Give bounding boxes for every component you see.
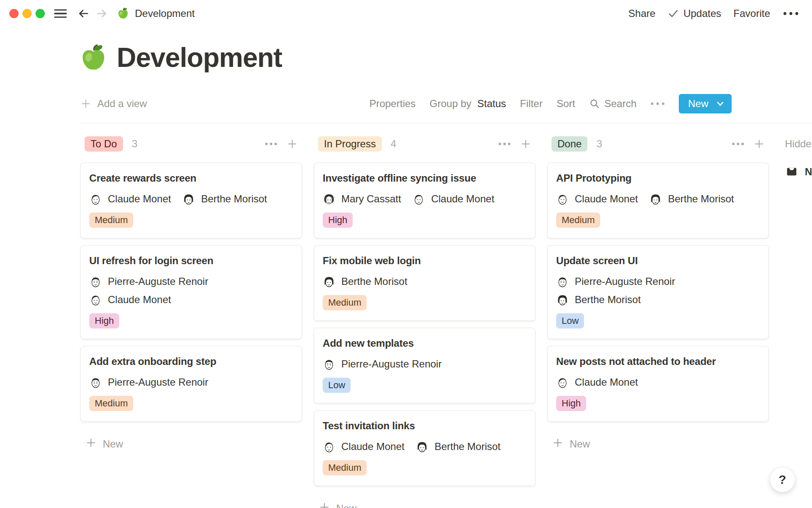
favorite-button[interactable]: Favorite bbox=[733, 8, 770, 19]
assignee: Claude Monet bbox=[89, 293, 293, 306]
assignee-name: Berthe Morisot bbox=[341, 276, 407, 287]
kanban-card[interactable]: UI refresh for login screenPierre-August… bbox=[80, 245, 302, 339]
column-more-icon[interactable] bbox=[265, 142, 277, 146]
page-emoji-green-apple-icon[interactable] bbox=[79, 43, 108, 73]
avatar-monet-icon bbox=[89, 293, 102, 306]
view-toolbar: Add a view Properties Group byStatus Fil… bbox=[80, 94, 732, 113]
board-column-done: Done3API PrototypingClaude MonetBerthe M… bbox=[547, 136, 769, 451]
column-status-badge[interactable]: To Do bbox=[85, 136, 123, 152]
priority-badge: High bbox=[323, 213, 353, 228]
assignee-name: Claude Monet bbox=[431, 193, 494, 205]
kanban-card[interactable]: Update screen UIPierre-Auguste RenoirBer… bbox=[547, 245, 769, 339]
assignee-name: Berthe Morisot bbox=[201, 193, 267, 205]
window-close-button[interactable] bbox=[9, 9, 19, 18]
card-assignees: Claude MonetBerthe Morisot bbox=[89, 193, 293, 205]
assignee: Pierre-Auguste Renoir bbox=[89, 275, 293, 288]
priority-badge: High bbox=[556, 396, 586, 411]
card-assignees: Pierre-Auguste RenoirBerthe Morisot bbox=[556, 275, 760, 306]
column-status-badge[interactable]: In Progress bbox=[318, 136, 382, 152]
card-assignees: Claude Monet bbox=[556, 376, 760, 389]
column-header: In Progress4 bbox=[314, 136, 535, 152]
filter-button[interactable]: Filter bbox=[520, 98, 543, 110]
plus-icon bbox=[552, 437, 563, 451]
assignee-name: Berthe Morisot bbox=[668, 193, 734, 205]
hidden-group-item-no-status[interactable]: No Status bbox=[785, 165, 812, 179]
avatar-morisot-icon bbox=[323, 275, 335, 288]
help-button[interactable]: ? bbox=[770, 467, 795, 492]
new-card-label: New bbox=[103, 438, 123, 450]
card-title: New posts not attached to header bbox=[556, 355, 760, 368]
kanban-card[interactable]: Fix mobile web loginBerthe MorisotMedium bbox=[314, 245, 535, 321]
more-icon bbox=[650, 102, 665, 105]
priority-badge: High bbox=[89, 313, 119, 329]
card-assignees: Claude MonetBerthe Morisot bbox=[556, 193, 760, 205]
window-more-button[interactable] bbox=[782, 11, 799, 16]
priority-badge: Low bbox=[556, 313, 584, 329]
search-button[interactable]: Search bbox=[589, 98, 636, 110]
avatar-renoir-icon bbox=[89, 275, 102, 288]
priority-badge: Medium bbox=[323, 295, 367, 310]
check-icon bbox=[668, 8, 679, 19]
kanban-card[interactable]: New posts not attached to headerClaude M… bbox=[547, 346, 769, 422]
window-zoom-button[interactable] bbox=[36, 9, 45, 18]
column-add-card-icon[interactable] bbox=[754, 138, 765, 149]
kanban-card[interactable]: Add new templatesPierre-Auguste RenoirLo… bbox=[314, 328, 535, 403]
assignee: Mary Cassatt bbox=[323, 193, 401, 205]
assignee: Berthe Morisot bbox=[323, 275, 407, 288]
window-minimize-button[interactable] bbox=[22, 9, 32, 18]
chevron-down-icon[interactable] bbox=[716, 99, 725, 108]
column-status-badge[interactable]: Done bbox=[551, 136, 587, 152]
add-view-button[interactable]: Add a view bbox=[80, 98, 147, 110]
assignee-name: Mary Cassatt bbox=[341, 193, 401, 205]
kanban-card[interactable]: Create rewards screenClaude MonetBerthe … bbox=[80, 163, 302, 238]
share-button[interactable]: Share bbox=[628, 8, 656, 19]
assignee: Claude Monet bbox=[323, 440, 404, 453]
column-add-card-icon[interactable] bbox=[520, 138, 531, 149]
more-icon bbox=[782, 11, 799, 16]
forward-arrow-icon[interactable] bbox=[96, 7, 108, 20]
properties-button[interactable]: Properties bbox=[369, 98, 415, 110]
breadcrumb[interactable]: Development bbox=[117, 7, 195, 20]
avatar-monet-icon bbox=[89, 193, 102, 205]
hidden-group-label[interactable]: Hidden bbox=[781, 136, 812, 152]
card-title: Add extra onboarding step bbox=[89, 355, 293, 368]
card-title: API Prototyping bbox=[556, 172, 760, 185]
updates-button[interactable]: Updates bbox=[668, 8, 721, 19]
column-more-icon[interactable] bbox=[732, 142, 744, 146]
assignee-name: Berthe Morisot bbox=[575, 294, 641, 306]
assignee: Berthe Morisot bbox=[649, 193, 734, 205]
priority-badge: Medium bbox=[89, 396, 133, 411]
column-add-card-icon[interactable] bbox=[287, 138, 298, 149]
assignee: Claude Monet bbox=[556, 193, 638, 205]
kanban-card[interactable]: Investigate offline syncing issueMary Ca… bbox=[314, 163, 535, 238]
group-by-button[interactable]: Group byStatus bbox=[430, 98, 506, 110]
toolbar-more-button[interactable] bbox=[650, 102, 665, 105]
kanban-card[interactable]: Test invitation linksClaude MonetBerthe … bbox=[314, 410, 535, 486]
window-controls bbox=[9, 9, 45, 18]
assignee: Claude Monet bbox=[89, 193, 171, 205]
new-button[interactable]: New bbox=[679, 94, 732, 113]
hidden-group-column: Hidden No Status bbox=[781, 136, 812, 179]
avatar-monet-icon bbox=[412, 193, 425, 205]
new-card-button[interactable]: New bbox=[552, 437, 769, 451]
column-card-count: 4 bbox=[391, 138, 396, 150]
card-assignees: Claude MonetBerthe Morisot bbox=[323, 440, 527, 453]
column-more-icon[interactable] bbox=[498, 142, 511, 146]
avatar-morisot-icon bbox=[182, 193, 195, 205]
assignee: Pierre-Auguste Renoir bbox=[323, 358, 442, 370]
avatar-renoir-icon bbox=[89, 376, 102, 389]
back-arrow-icon[interactable] bbox=[77, 7, 90, 20]
column-card-count: 3 bbox=[132, 138, 137, 150]
assignee-name: Claude Monet bbox=[575, 193, 638, 205]
board-column-inprogress: In Progress4Investigate offline syncing … bbox=[314, 136, 535, 508]
card-assignees: Pierre-Auguste Renoir bbox=[323, 358, 527, 370]
sidebar-menu-icon[interactable] bbox=[54, 9, 67, 18]
kanban-card[interactable]: API PrototypingClaude MonetBerthe Moriso… bbox=[547, 163, 769, 238]
assignee: Pierre-Auguste Renoir bbox=[556, 275, 760, 288]
kanban-card[interactable]: Add extra onboarding stepPierre-Auguste … bbox=[80, 346, 302, 422]
new-card-button[interactable]: New bbox=[85, 437, 302, 451]
page-title[interactable]: Development bbox=[117, 42, 282, 73]
avatar-monet-icon bbox=[323, 440, 335, 453]
sort-button[interactable]: Sort bbox=[557, 98, 575, 110]
new-card-button[interactable]: New bbox=[319, 502, 535, 508]
